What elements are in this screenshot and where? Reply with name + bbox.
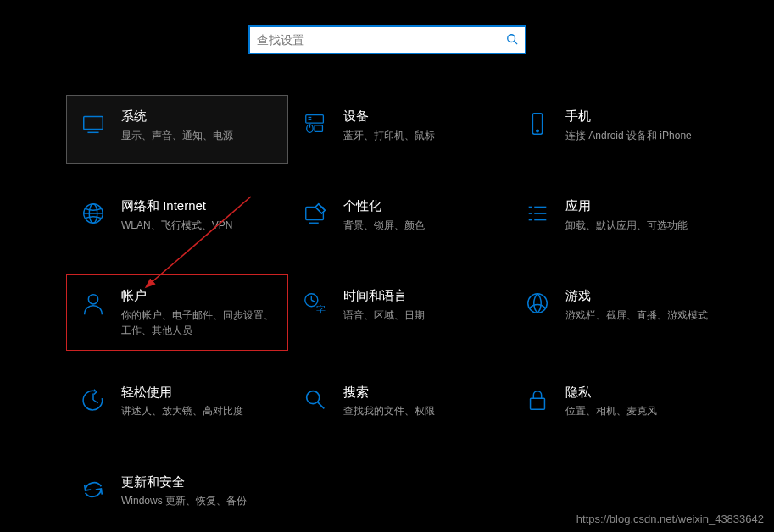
network-icon: [79, 199, 108, 228]
tile-desc: 语音、区域、日期: [343, 308, 496, 323]
svg-rect-2: [84, 117, 103, 130]
svg-point-23: [88, 295, 97, 304]
svg-point-31: [307, 391, 320, 403]
tile-title: 网络和 Internet: [121, 197, 274, 214]
svg-point-11: [537, 130, 538, 131]
svg-line-26: [311, 300, 315, 302]
tile-desc: 位置、相机、麦克风: [565, 403, 718, 418]
tile-desc: 游戏栏、截屏、直播、游戏模式: [565, 308, 718, 323]
tile-personalization[interactable]: 个性化 背景、锁屏、颜色: [288, 185, 510, 254]
search-tile-icon: [301, 385, 330, 414]
tile-privacy[interactable]: 隐私 位置、相机、麦克风: [510, 371, 732, 441]
personalization-icon: [301, 199, 330, 228]
tile-title: 系统: [121, 108, 274, 125]
tile-title: 设备: [343, 108, 496, 125]
tile-title: 搜索: [343, 384, 496, 401]
tile-desc: WLAN、飞行模式、VPN: [121, 218, 274, 233]
tile-title: 时间和语言: [343, 287, 496, 304]
svg-rect-7: [315, 125, 322, 132]
gaming-icon: [523, 289, 552, 318]
tile-title: 更新和安全: [121, 474, 274, 490]
tile-desc: 连接 Android 设备和 iPhone: [565, 128, 718, 143]
tile-devices[interactable]: 设备 蓝牙、打印机、鼠标: [288, 95, 510, 164]
search-container: [0, 0, 774, 95]
tile-desc: 卸载、默认应用、可选功能: [565, 218, 718, 233]
tile-apps[interactable]: 应用 卸载、默认应用、可选功能: [510, 185, 732, 254]
svg-point-28: [528, 294, 548, 313]
svg-rect-4: [306, 115, 324, 123]
svg-text:字: 字: [316, 304, 326, 314]
svg-point-0: [507, 34, 515, 42]
watermark: https://blog.csdn.net/weixin_43833642: [576, 513, 764, 525]
tile-title: 轻松使用: [121, 384, 274, 401]
search-input[interactable]: [257, 33, 506, 47]
tile-gaming[interactable]: 游戏 游戏栏、截屏、直播、游戏模式: [510, 274, 732, 351]
svg-rect-33: [531, 398, 545, 409]
devices-icon: [301, 109, 330, 138]
svg-line-30: [93, 400, 98, 403]
tile-title: 应用: [565, 197, 718, 214]
tile-desc: 讲述人、放大镜、高对比度: [121, 403, 274, 418]
ease-of-access-icon: [79, 385, 108, 414]
tile-phone[interactable]: 手机 连接 Android 设备和 iPhone: [510, 95, 732, 164]
tile-accounts[interactable]: 帐户 你的帐户、电子邮件、同步设置、工作、其他人员: [66, 274, 288, 351]
tile-desc: 查找我的文件、权限: [343, 403, 496, 418]
tile-title: 帐户: [121, 287, 274, 304]
tile-network[interactable]: 网络和 Internet WLAN、飞行模式、VPN: [66, 185, 288, 254]
settings-grid: 系统 显示、声音、通知、电源 设备 蓝牙、打印机、鼠标 手机 连接 Androi…: [0, 95, 774, 530]
tile-desc: 显示、声音、通知、电源: [121, 128, 274, 143]
time-language-icon: 字: [301, 289, 330, 318]
svg-line-1: [514, 41, 517, 44]
tile-system[interactable]: 系统 显示、声音、通知、电源: [66, 95, 288, 164]
tile-title: 游戏: [565, 287, 718, 304]
tile-title: 个性化: [343, 197, 496, 214]
tile-title: 手机: [565, 108, 718, 125]
search-box[interactable]: [248, 25, 526, 54]
privacy-icon: [523, 385, 552, 414]
tile-search[interactable]: 搜索 查找我的文件、权限: [288, 371, 510, 441]
tile-ease-of-access[interactable]: 轻松使用 讲述人、放大镜、高对比度: [66, 371, 288, 441]
svg-line-32: [318, 402, 325, 408]
tile-desc: 蓝牙、打印机、鼠标: [343, 128, 496, 143]
tile-desc: 背景、锁屏、颜色: [343, 218, 496, 233]
system-icon: [79, 109, 108, 138]
tile-desc: Windows 更新、恢复、备份: [121, 493, 274, 508]
tile-title: 隐私: [565, 384, 718, 401]
accounts-icon: [79, 289, 108, 318]
tile-time-language[interactable]: 字 时间和语言 语音、区域、日期: [288, 274, 510, 351]
apps-icon: [523, 199, 552, 228]
tile-update-security[interactable]: 更新和安全 Windows 更新、恢复、备份: [66, 461, 288, 530]
phone-icon: [523, 109, 552, 138]
tile-desc: 你的帐户、电子邮件、同步设置、工作、其他人员: [121, 308, 274, 338]
search-icon: [506, 33, 518, 47]
update-icon: [79, 475, 108, 504]
